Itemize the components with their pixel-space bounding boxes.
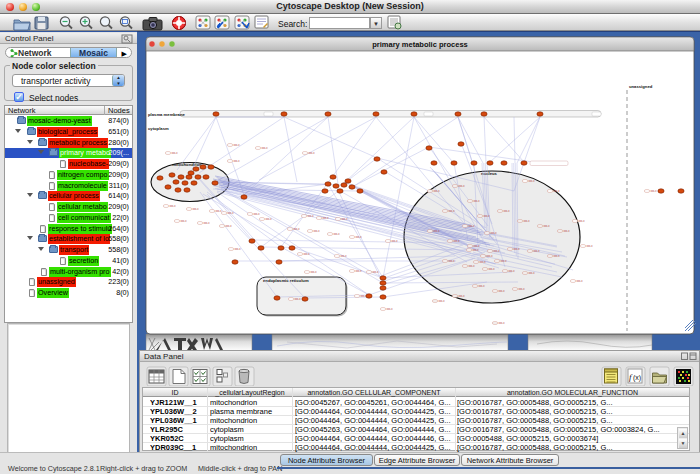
svg-text:xxx-x: xxx-x	[180, 220, 187, 223]
svg-text:xxx-x: xxx-x	[543, 225, 550, 228]
svg-text:xxx-x: xxx-x	[310, 271, 317, 274]
svg-text:primary metabolic process: primary metabolic process	[372, 40, 467, 49]
svg-text:xxx-x: xxx-x	[563, 230, 570, 233]
svg-text:xxx-x: xxx-x	[234, 248, 241, 251]
svg-text:xxx-x: xxx-x	[500, 260, 507, 263]
svg-text:xxx-x: xxx-x	[472, 249, 479, 252]
svg-text:xxx-x: xxx-x	[553, 255, 560, 258]
svg-text:xxx-x: xxx-x	[341, 218, 348, 221]
svg-text:xxx-x: xxx-x	[486, 255, 493, 258]
svg-text:xxx-x: xxx-x	[468, 225, 475, 228]
svg-text:xxx-x: xxx-x	[528, 272, 535, 275]
svg-text:xxx-x: xxx-x	[586, 245, 593, 248]
svg-text:xxx-x: xxx-x	[438, 300, 445, 303]
svg-text:xxx-x: xxx-x	[340, 255, 347, 258]
svg-text:xxx-x: xxx-x	[518, 288, 525, 291]
svg-text:xxx-x: xxx-x	[386, 308, 393, 311]
svg-text:unassigned: unassigned	[629, 84, 653, 89]
svg-text:xxx-x: xxx-x	[372, 271, 379, 274]
svg-text:xxx-x: xxx-x	[307, 215, 314, 218]
svg-text:xxx-x: xxx-x	[650, 190, 657, 193]
svg-text:xxx-x: xxx-x	[303, 253, 310, 256]
svg-text:xxx-x: xxx-x	[192, 208, 199, 211]
svg-text:cytoplasm: cytoplasm	[148, 126, 169, 131]
svg-text:xxx-x: xxx-x	[433, 190, 440, 193]
svg-text:xxx-x: xxx-x	[253, 213, 260, 216]
svg-text:xxx-x: xxx-x	[261, 147, 268, 150]
svg-text:xxx-x: xxx-x	[523, 220, 530, 223]
svg-text:xxx-x: xxx-x	[203, 222, 210, 225]
svg-text:xxx-x: xxx-x	[453, 240, 460, 243]
svg-text:xxx-x: xxx-x	[458, 295, 465, 298]
svg-text:xxx-x: xxx-x	[448, 260, 455, 263]
svg-text:xxx-x: xxx-x	[265, 218, 272, 221]
svg-text:endoplasmic reticulum: endoplasmic reticulum	[263, 278, 309, 283]
svg-text:xxx-x: xxx-x	[227, 212, 234, 215]
svg-text:xxx-x: xxx-x	[493, 250, 500, 253]
svg-text:xxx-x: xxx-x	[576, 280, 583, 283]
svg-text:xxx-x: xxx-x	[513, 248, 520, 251]
svg-text:xxx-x: xxx-x	[478, 285, 485, 288]
svg-text:xxx-x: xxx-x	[553, 190, 560, 193]
svg-text:xxx-x: xxx-x	[468, 265, 475, 268]
svg-text:xxx-x: xxx-x	[355, 270, 362, 273]
svg-text:xxx-x: xxx-x	[483, 215, 490, 218]
svg-text:xxx-x: xxx-x	[333, 233, 340, 236]
svg-text:xxx-x: xxx-x	[578, 220, 585, 223]
svg-text:xxx-x: xxx-x	[233, 160, 240, 163]
svg-text:mitochondrion: mitochondrion	[172, 162, 202, 167]
svg-text:xxx-x: xxx-x	[533, 250, 540, 253]
svg-text:xxx-x: xxx-x	[391, 240, 398, 243]
svg-text:xxx-x: xxx-x	[225, 225, 232, 228]
svg-text:xxx-x: xxx-x	[473, 200, 480, 203]
svg-text:xxx-x: xxx-x	[508, 270, 515, 273]
svg-text:xxx-x: xxx-x	[448, 210, 455, 213]
svg-text:xxx-x: xxx-x	[503, 210, 510, 213]
svg-text:xxx-x: xxx-x	[528, 180, 535, 183]
svg-text:xxx-x: xxx-x	[498, 290, 505, 293]
svg-text:xxx-x: xxx-x	[313, 230, 320, 233]
svg-text:nucleus: nucleus	[481, 171, 497, 176]
svg-text:xxx-x: xxx-x	[169, 205, 176, 208]
svg-text:xxx-x: xxx-x	[355, 236, 362, 239]
svg-text:xxx-x: xxx-x	[433, 230, 440, 233]
svg-text:xxx-x: xxx-x	[479, 261, 486, 264]
svg-text:xxx-x: xxx-x	[322, 217, 329, 220]
svg-text:xxx-x: xxx-x	[488, 268, 495, 271]
svg-text:plasma membrane: plasma membrane	[148, 112, 185, 117]
svg-text:xxx-x: xxx-x	[233, 144, 240, 147]
svg-text:xxx-x: xxx-x	[171, 152, 178, 155]
svg-text:xxx-x: xxx-x	[498, 322, 505, 325]
svg-text:xxx-x: xxx-x	[490, 232, 497, 235]
svg-text:xxx-x: xxx-x	[294, 298, 301, 301]
svg-text:xxx-x: xxx-x	[473, 245, 480, 248]
svg-text:xxx-x: xxx-x	[293, 228, 300, 231]
svg-text:(x): (x)	[633, 374, 641, 382]
svg-text:xxx-x: xxx-x	[458, 185, 465, 188]
svg-text:xxx-x: xxx-x	[308, 152, 315, 155]
